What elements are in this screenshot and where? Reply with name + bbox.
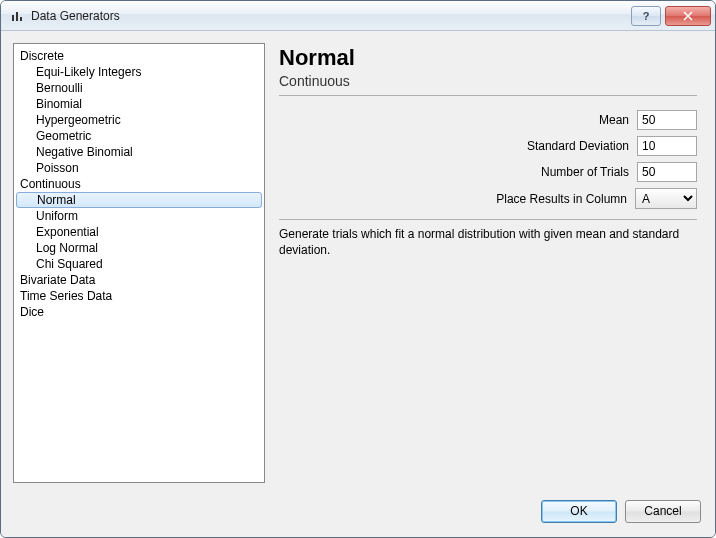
input-mean[interactable] bbox=[637, 110, 697, 130]
parameter-form: Mean Standard Deviation Number of Trials… bbox=[279, 110, 697, 220]
label-column: Place Results in Column bbox=[279, 192, 627, 206]
description-text: Generate trials which fit a normal distr… bbox=[279, 220, 697, 258]
window-title: Data Generators bbox=[31, 9, 631, 23]
help-button[interactable]: ? bbox=[631, 6, 661, 26]
row-sd: Standard Deviation bbox=[279, 136, 697, 156]
row-column: Place Results in Column A bbox=[279, 188, 697, 209]
content-area: DiscreteEqui-Likely IntegersBernoulliBin… bbox=[1, 31, 715, 495]
label-mean: Mean bbox=[279, 113, 629, 127]
row-trials: Number of Trials bbox=[279, 162, 697, 182]
tree-category[interactable]: Bivariate Data bbox=[14, 272, 264, 288]
app-icon bbox=[9, 8, 25, 24]
row-mean: Mean bbox=[279, 110, 697, 130]
tree-category[interactable]: Dice bbox=[14, 304, 264, 320]
details-panel: Normal Continuous Mean Standard Deviatio… bbox=[277, 43, 703, 483]
titlebar: Data Generators ? bbox=[1, 1, 715, 31]
window-buttons: ? bbox=[631, 6, 711, 26]
dialog-footer: OK Cancel bbox=[1, 495, 715, 537]
tree-category[interactable]: Discrete bbox=[14, 48, 264, 64]
tree-category[interactable]: Continuous bbox=[14, 176, 264, 192]
input-sd[interactable] bbox=[637, 136, 697, 156]
tree-item[interactable]: Hypergeometric bbox=[14, 112, 264, 128]
tree-item[interactable]: Binomial bbox=[14, 96, 264, 112]
tree-item[interactable]: Bernoulli bbox=[14, 80, 264, 96]
svg-rect-2 bbox=[20, 17, 22, 21]
tree-item[interactable]: Equi-Likely Integers bbox=[14, 64, 264, 80]
ok-button[interactable]: OK bbox=[541, 500, 617, 523]
generator-tree: DiscreteEqui-Likely IntegersBernoulliBin… bbox=[13, 43, 265, 483]
select-column[interactable]: A bbox=[635, 188, 697, 209]
page-title: Normal bbox=[279, 45, 697, 71]
page-subtitle: Continuous bbox=[279, 71, 697, 96]
tree-item[interactable]: Log Normal bbox=[14, 240, 264, 256]
svg-rect-0 bbox=[12, 15, 14, 21]
tree-item[interactable]: Exponential bbox=[14, 224, 264, 240]
tree-item[interactable]: Chi Squared bbox=[14, 256, 264, 272]
tree-item[interactable]: Uniform bbox=[14, 208, 264, 224]
svg-rect-1 bbox=[16, 12, 18, 21]
close-button[interactable] bbox=[665, 6, 711, 26]
tree-item[interactable]: Poisson bbox=[14, 160, 264, 176]
dialog-window: Data Generators ? DiscreteEqui-Likely In… bbox=[0, 0, 716, 538]
label-sd: Standard Deviation bbox=[279, 139, 629, 153]
input-trials[interactable] bbox=[637, 162, 697, 182]
cancel-button[interactable]: Cancel bbox=[625, 500, 701, 523]
tree-item[interactable]: Negative Binomial bbox=[14, 144, 264, 160]
tree-item[interactable]: Normal bbox=[16, 192, 262, 208]
label-trials: Number of Trials bbox=[279, 165, 629, 179]
tree-item[interactable]: Geometric bbox=[14, 128, 264, 144]
tree-category[interactable]: Time Series Data bbox=[14, 288, 264, 304]
